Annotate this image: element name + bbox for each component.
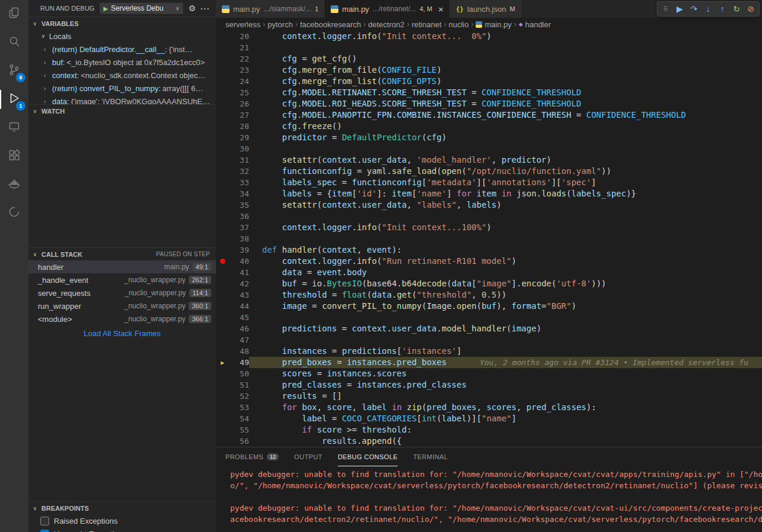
variable-row[interactable]: ›buf: <_io.BytesIO object at 0x7f5a2dc1e… bbox=[28, 56, 216, 69]
glyph-margin[interactable] bbox=[216, 65, 229, 76]
glyph-margin[interactable] bbox=[216, 199, 229, 211]
code-line-41[interactable]: 41 data = event.body bbox=[216, 267, 762, 278]
code-line-32[interactable]: 32 functionconfig = yaml.safe_load(open(… bbox=[216, 166, 762, 177]
glyph-margin[interactable] bbox=[216, 53, 229, 65]
debug-console-output[interactable]: pydev debugger: unable to find translati… bbox=[216, 466, 762, 532]
code-line-43[interactable]: 43 threshold = float(data.get("threshold… bbox=[216, 289, 762, 301]
code-line-38[interactable]: 38 bbox=[216, 233, 762, 244]
glyph-margin[interactable] bbox=[216, 402, 229, 413]
glyph-margin[interactable] bbox=[216, 121, 229, 132]
breadcrumb-item[interactable]: serverless bbox=[225, 20, 260, 29]
glyph-margin[interactable] bbox=[216, 98, 229, 109]
breadcrumb-item[interactable]: ◆handler bbox=[519, 20, 551, 29]
restart-button[interactable]: ↻ bbox=[729, 2, 744, 15]
glyph-margin[interactable] bbox=[216, 177, 229, 188]
code-line-24[interactable]: 24 cfg.merge_from_list(CONFIG_OPTS) bbox=[216, 76, 762, 87]
glyph-margin[interactable] bbox=[216, 154, 229, 166]
breakpoints-section-header[interactable]: ∨ BREAKPOINTS bbox=[28, 501, 216, 514]
code-line-47[interactable]: 47 bbox=[216, 334, 762, 346]
code-line-56[interactable]: 56 results.append({ bbox=[216, 436, 762, 447]
glyph-margin[interactable] bbox=[216, 244, 229, 256]
glyph-margin[interactable] bbox=[216, 391, 229, 402]
glyph-margin[interactable] bbox=[216, 31, 229, 42]
breadcrumb-item[interactable]: detectron2 bbox=[368, 20, 404, 29]
watch-section-header[interactable]: ∨ WATCH bbox=[28, 104, 216, 117]
code-line-29[interactable]: 29 predictor = DefaultPredictor(cfg) bbox=[216, 132, 762, 143]
code-line-25[interactable]: 25 cfg.MODEL.RETINANET.SCORE_THRESH_TEST… bbox=[216, 87, 762, 98]
activity-item-remote-explorer[interactable] bbox=[0, 114, 28, 142]
editor-tab-launch.json[interactable]: {}launch.jsonM bbox=[450, 0, 521, 18]
panel-tab-terminal[interactable]: TERMINAL bbox=[413, 447, 448, 466]
code-line-49[interactable]: ▶49 pred_boxes = instances.pred_boxesYou… bbox=[216, 357, 762, 368]
stack-frame-row[interactable]: _handle_event_nuclio_wrapper.py262:1 bbox=[28, 273, 216, 286]
more-actions-icon[interactable]: ··· bbox=[201, 4, 210, 13]
variables-scope-locals[interactable]: ∨ Locals bbox=[28, 30, 216, 43]
code-line-55[interactable]: 55 if score >= threshold: bbox=[216, 424, 762, 436]
editor-tab-main.py[interactable]: main.py.../retinanet/...4, M× bbox=[325, 0, 450, 18]
code-line-45[interactable]: 45 bbox=[216, 312, 762, 323]
breakpoint-checkbox[interactable] bbox=[40, 517, 49, 525]
glyph-margin[interactable] bbox=[216, 166, 229, 177]
close-icon[interactable]: × bbox=[438, 4, 444, 14]
code-line-26[interactable]: 26 cfg.MODEL.ROI_HEADS.SCORE_THRESH_TEST… bbox=[216, 98, 762, 109]
breadcrumb-item[interactable]: main.py bbox=[476, 20, 512, 29]
code-line-35[interactable]: 35 setattr(context.user_data, "labels", … bbox=[216, 199, 762, 211]
panel-tab-output[interactable]: OUTPUT bbox=[294, 447, 322, 466]
glyph-margin[interactable] bbox=[216, 368, 229, 379]
activity-item-source-control[interactable]: 8 bbox=[0, 57, 28, 85]
breakpoint-row[interactable]: Raised Exceptions bbox=[28, 514, 216, 527]
glyph-margin[interactable] bbox=[216, 132, 229, 143]
stack-frame-row[interactable]: <module>_nuclio_wrapper.py366:1 bbox=[28, 312, 216, 325]
code-line-23[interactable]: 23 cfg.merge_from_file(CONFIG_FILE) bbox=[216, 65, 762, 76]
disconnect-button[interactable]: ⊘ bbox=[744, 2, 758, 15]
breakpoint-row[interactable]: ✓Uncaught Exceptions bbox=[28, 527, 216, 532]
code-line-22[interactable]: 22 cfg = get_cfg() bbox=[216, 53, 762, 65]
step-out-button[interactable]: ↑ bbox=[715, 2, 729, 15]
code-line-42[interactable]: 42 buf = io.BytesIO(base64.b64decode(dat… bbox=[216, 278, 762, 289]
gear-icon[interactable]: ⚙ bbox=[188, 4, 196, 13]
variable-row[interactable]: ›data: {'image': 'iVBORw0KGgoAAAANSUhE… bbox=[28, 95, 216, 104]
glyph-margin[interactable] bbox=[216, 413, 229, 424]
current-frame-icon[interactable]: ▶ bbox=[216, 357, 229, 368]
activity-item-run-and-debug[interactable]: 1 bbox=[0, 85, 28, 114]
start-debugging-icon[interactable]: ▶ bbox=[104, 5, 108, 12]
glyph-margin[interactable] bbox=[216, 87, 229, 98]
code-line-20[interactable]: 20 context.logger.info("Init context... … bbox=[216, 31, 762, 42]
glyph-margin[interactable] bbox=[216, 42, 229, 53]
glyph-margin[interactable] bbox=[216, 334, 229, 346]
code-editor[interactable]: 20 context.logger.info("Init context... … bbox=[216, 31, 762, 447]
breadcrumb-item[interactable]: retinanet bbox=[412, 20, 442, 29]
activity-item-docker[interactable] bbox=[0, 170, 28, 199]
step-into-button[interactable]: ↓ bbox=[701, 2, 715, 15]
code-line-40[interactable]: 40 context.logger.info("Run retinanet-R1… bbox=[216, 256, 762, 267]
glyph-margin[interactable] bbox=[216, 222, 229, 233]
glyph-margin[interactable] bbox=[216, 379, 229, 391]
code-line-37[interactable]: 37 context.logger.info("Init context...1… bbox=[216, 222, 762, 233]
glyph-margin[interactable] bbox=[216, 143, 229, 154]
step-over-button[interactable]: ↷ bbox=[687, 2, 701, 15]
code-line-54[interactable]: 54 label = COCO_CATEGORIES[int(label)]["… bbox=[216, 413, 762, 424]
call-stack-section-header[interactable]: ∨ CALL STACK PAUSED ON STEP bbox=[28, 247, 216, 260]
code-line-36[interactable]: 36 bbox=[216, 211, 762, 222]
variable-row[interactable]: ›(return) DefaultPredictor.__call__: {'i… bbox=[28, 43, 216, 56]
glyph-margin[interactable] bbox=[216, 267, 229, 278]
glyph-margin[interactable] bbox=[216, 436, 229, 447]
panel-tab-debug-console[interactable]: DEBUG CONSOLE bbox=[338, 447, 398, 466]
breadcrumb-item[interactable]: pytorch bbox=[267, 20, 293, 29]
code-line-51[interactable]: 51 pred_classes = instances.pred_classes bbox=[216, 379, 762, 391]
glyph-margin[interactable] bbox=[216, 312, 229, 323]
editor-tab-main.py[interactable]: main.py.../siammask/...1 bbox=[216, 0, 325, 18]
breadcrumb-item[interactable]: nuclio bbox=[448, 20, 469, 29]
code-line-33[interactable]: 33 labels_spec = functionconfig['metadat… bbox=[216, 177, 762, 188]
stack-frame-row[interactable]: handlermain.py49:1 bbox=[28, 260, 216, 273]
activity-item-extensions[interactable] bbox=[0, 142, 28, 170]
glyph-margin[interactable] bbox=[216, 211, 229, 222]
variable-row[interactable]: ›(return) convert_PIL_to_numpy: array([[… bbox=[28, 82, 216, 95]
continue-button[interactable]: ▶ bbox=[673, 2, 687, 15]
glyph-margin[interactable] bbox=[216, 346, 229, 357]
panel-tab-problems[interactable]: PROBLEMS12 bbox=[225, 447, 279, 466]
stack-frame-row[interactable]: run_wrapper_nuclio_wrapper.py360:1 bbox=[28, 299, 216, 312]
code-line-27[interactable]: 27 cfg.MODEL.PANOPTIC_FPN.COMBINE.INSTAN… bbox=[216, 109, 762, 121]
activity-item-explorer[interactable] bbox=[0, 0, 28, 28]
breakpoint-icon[interactable] bbox=[216, 256, 229, 267]
